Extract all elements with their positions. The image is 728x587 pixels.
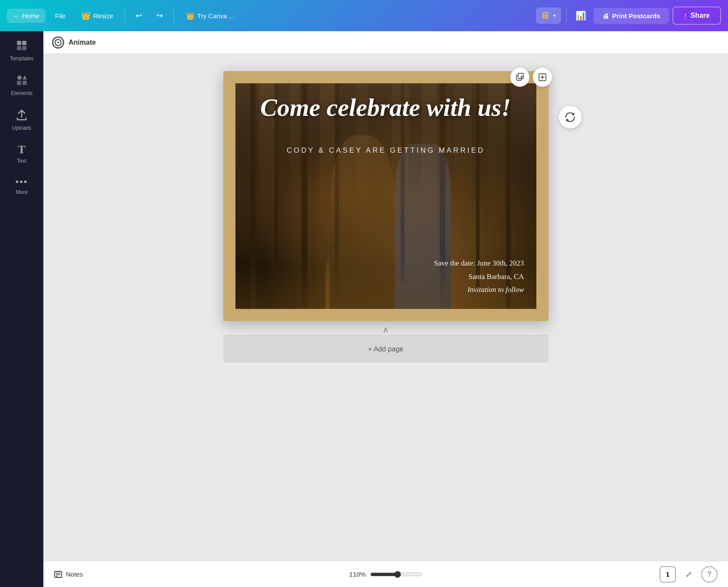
svg-rect-6: [17, 81, 21, 85]
svg-rect-11: [518, 73, 523, 79]
file-button[interactable]: File: [49, 9, 72, 23]
print-label: Print Postcards: [612, 12, 660, 20]
templates-label: Templates: [10, 56, 34, 62]
file-label: File: [55, 12, 65, 20]
chevron-up-icon: ∧: [382, 325, 389, 335]
sidebar-item-more[interactable]: ••• More: [3, 171, 41, 200]
svg-rect-2: [17, 46, 21, 50]
sidebar-item-templates[interactable]: Templates: [3, 35, 41, 67]
sidebar-item-text[interactable]: T Text: [3, 138, 41, 169]
save-date-text: Save the date: June 30th, 2023: [434, 257, 524, 270]
svg-rect-1: [22, 41, 26, 45]
print-postcards-button[interactable]: 🖨 Print Postcards: [594, 8, 669, 24]
divider: [124, 9, 125, 23]
expand-button[interactable]: ⤢: [680, 566, 697, 583]
design-card[interactable]: Come celebrate with us! CODY & CASEY ARE…: [223, 71, 548, 321]
page-number: 1: [666, 571, 669, 578]
canva-crown-icon: 👑: [186, 12, 195, 20]
crown-icon: 👑: [81, 11, 91, 20]
zoom-area: 110%: [349, 571, 422, 578]
help-button[interactable]: ?: [701, 566, 718, 583]
bottom-bar: Notes 110% 1 ⤢ ?: [43, 561, 728, 587]
notes-button[interactable]: Notes: [54, 570, 83, 579]
help-icon: ?: [708, 571, 712, 578]
card-tool-buttons: [510, 68, 552, 87]
print-icon: 🖨: [602, 12, 609, 20]
more-icon: •••: [15, 176, 28, 187]
chart-icon: 📊: [575, 10, 586, 21]
animate-circle-icon[interactable]: [52, 36, 64, 49]
home-button[interactable]: ← Home: [7, 9, 46, 23]
headline-text: Come celebrate with us!: [235, 94, 536, 121]
location-text: Santa Barbara, CA: [434, 270, 524, 284]
page-number-button[interactable]: 1: [659, 566, 676, 583]
animate-label[interactable]: Animate: [69, 39, 96, 46]
svg-rect-7: [23, 81, 27, 85]
canvas-area: Come celebrate with us! CODY & CASEY ARE…: [43, 54, 728, 561]
divider2: [173, 9, 174, 23]
uploads-label: Uploads: [12, 125, 31, 131]
subheadline-text: CODY & CASEY ARE GETTING MARRIED: [235, 146, 536, 155]
content-area: Animate: [43, 31, 728, 587]
elements-icon: [16, 74, 28, 89]
try-canva-button[interactable]: 👑 Try Canva ...: [179, 8, 241, 23]
analytics-button[interactable]: 📊: [572, 7, 590, 25]
device-icon: 🖥: [540, 10, 550, 21]
redo-button[interactable]: ↪: [151, 7, 168, 24]
more-label: More: [16, 189, 27, 195]
svg-rect-3: [22, 46, 26, 50]
undo-icon: ↩: [136, 11, 142, 20]
back-arrow-icon: ←: [13, 12, 20, 20]
resize-label: Resize: [93, 12, 113, 20]
zoom-slider[interactable]: [370, 571, 422, 578]
add-page-label: + Add page: [368, 345, 403, 353]
divider3: [566, 9, 567, 23]
templates-icon: [16, 40, 27, 54]
animate-bar: Animate: [43, 31, 728, 54]
notes-label: Notes: [66, 571, 83, 578]
device-button[interactable]: 🖥 +: [536, 7, 561, 24]
add-page-strip[interactable]: + Add page: [223, 335, 548, 363]
bottom-card-text: Save the date: June 30th, 2023 Santa Bar…: [434, 257, 524, 297]
plus-icon: +: [552, 12, 556, 20]
share-icon: ↑: [684, 12, 687, 20]
svg-marker-5: [23, 75, 27, 79]
copy-add-button[interactable]: [510, 68, 529, 87]
text-label: Text: [17, 158, 26, 164]
uploads-icon: [16, 108, 28, 123]
resize-button[interactable]: 👑 Resize: [75, 7, 119, 24]
chevron-area: ∧: [223, 321, 548, 335]
card-inner: Come celebrate with us! CODY & CASEY ARE…: [235, 83, 536, 309]
share-button[interactable]: ↑ Share: [673, 7, 721, 25]
text-icon: T: [18, 143, 25, 156]
sidebar-item-elements[interactable]: Elements: [3, 69, 41, 102]
design-card-wrapper: Come celebrate with us! CODY & CASEY ARE…: [223, 71, 548, 363]
elements-label: Elements: [11, 90, 33, 96]
refresh-button[interactable]: [559, 106, 581, 128]
add-section-button[interactable]: [533, 68, 552, 87]
zoom-percent: 110%: [349, 571, 366, 578]
invite-text: Invitation to follow: [434, 283, 524, 297]
sidebar: Templates Elements Uploads: [0, 31, 43, 587]
home-label: Home: [22, 12, 39, 20]
share-label: Share: [691, 12, 710, 20]
main-layout: Templates Elements Uploads: [0, 31, 728, 587]
try-canva-label: Try Canva ...: [197, 12, 234, 20]
svg-point-9: [57, 42, 59, 43]
sidebar-item-uploads[interactable]: Uploads: [3, 103, 41, 136]
right-bottom-tools: 1 ⤢ ?: [659, 566, 718, 583]
undo-button[interactable]: ↩: [130, 7, 147, 24]
redo-icon: ↪: [157, 11, 163, 20]
svg-rect-0: [17, 41, 21, 45]
toolbar: ← Home File 👑 Resize ↩ ↪ 👑 Try Canva ...…: [0, 0, 728, 31]
svg-point-4: [17, 75, 22, 80]
